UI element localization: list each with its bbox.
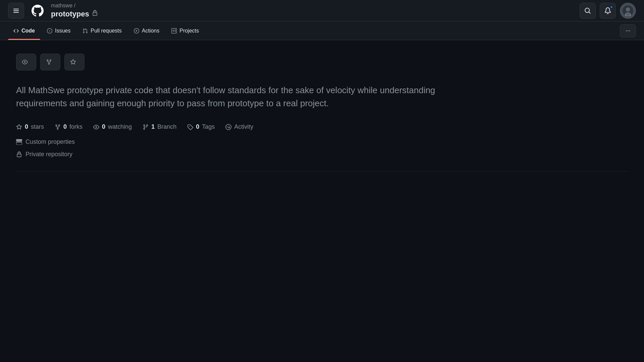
tab-pull-requests-label: Pull requests [91, 28, 122, 34]
stars-stat[interactable]: 0 stars [16, 123, 44, 130]
branches-stat-icon [143, 124, 149, 130]
private-repository-item: Private repository [16, 151, 628, 158]
branches-label: Branch [157, 123, 176, 130]
issues-icon [47, 28, 52, 34]
tags-count: 0 [196, 123, 199, 130]
tab-code[interactable]: Code [8, 21, 40, 40]
tags-label: Tags [202, 123, 215, 130]
bottom-divider [16, 171, 628, 172]
star-button[interactable] [64, 54, 85, 70]
hamburger-menu-button[interactable] [8, 3, 24, 19]
custom-properties-icon [16, 139, 22, 145]
tab-issues[interactable]: Issues [42, 21, 76, 40]
svg-point-6 [626, 8, 630, 11]
watching-count: 0 [102, 123, 105, 130]
notifications-button[interactable] [600, 3, 616, 19]
tab-actions-label: Actions [142, 28, 159, 34]
branches-stat[interactable]: 1 Branch [143, 123, 176, 130]
stars-label: stars [31, 123, 44, 130]
forks-count: 0 [63, 123, 67, 130]
notification-badge [610, 5, 613, 9]
activity-label: Activity [234, 123, 253, 130]
private-repo-lock-icon [16, 152, 22, 158]
repo-description: All MathSwe prototype private code that … [16, 84, 452, 110]
private-repository-label: Private repository [25, 151, 72, 158]
fork-button[interactable] [40, 54, 60, 70]
actions-icon [134, 28, 139, 34]
watching-label: watching [108, 123, 132, 130]
main-content: All MathSwe prototype private code that … [0, 40, 644, 185]
forks-label: forks [69, 123, 83, 130]
fork-icon [46, 59, 52, 65]
tab-pull-requests[interactable]: Pull requests [77, 21, 127, 40]
header: mathswe / prototypes [0, 0, 644, 21]
code-icon [13, 28, 19, 34]
tags-stat-icon [187, 124, 193, 130]
avatar[interactable] [620, 3, 636, 19]
more-tabs-icon: ··· [625, 27, 630, 34]
header-right [580, 3, 636, 19]
custom-properties-item[interactable]: Custom properties [16, 138, 628, 145]
watching-stat[interactable]: 0 watching [93, 123, 132, 130]
activity-stat[interactable]: Activity [225, 123, 253, 130]
tags-stat[interactable]: 0 Tags [187, 123, 215, 130]
repo-title-row: prototypes [51, 9, 98, 19]
forks-stat-icon [55, 124, 61, 130]
tab-actions[interactable]: Actions [128, 21, 165, 40]
header-left: mathswe / prototypes [8, 2, 98, 19]
svg-point-7 [625, 12, 631, 16]
repo-owner[interactable]: mathswe / [51, 2, 98, 9]
svg-rect-2 [13, 12, 19, 13]
tab-issues-label: Issues [55, 28, 70, 34]
custom-properties-label: Custom properties [25, 138, 75, 145]
stars-count: 0 [25, 123, 28, 130]
github-logo[interactable] [30, 3, 46, 19]
repo-name-block: mathswe / prototypes [51, 2, 98, 19]
branches-count: 1 [151, 123, 155, 130]
projects-icon [171, 28, 177, 34]
stars-stat-icon [16, 124, 22, 130]
search-button[interactable] [580, 3, 596, 19]
tab-projects[interactable]: Projects [166, 21, 204, 40]
tab-projects-label: Projects [179, 28, 199, 34]
svg-rect-0 [13, 9, 19, 9]
star-icon [70, 59, 76, 65]
lock-icon [92, 10, 98, 18]
more-tabs-button[interactable]: ··· [620, 24, 636, 38]
eye-icon [22, 59, 28, 65]
svg-rect-1 [13, 10, 19, 11]
activity-stat-icon [225, 124, 231, 130]
watch-button[interactable] [16, 54, 36, 70]
stats-row: 0 stars 0 forks 0 watching [16, 123, 628, 130]
watching-stat-icon [93, 124, 99, 130]
nav-tabs: Code Issues Pull requests Actions [0, 21, 644, 40]
tab-code-label: Code [21, 28, 35, 34]
pull-requests-icon [83, 28, 88, 34]
repo-actions [16, 54, 628, 70]
forks-stat[interactable]: 0 forks [55, 123, 83, 130]
repo-name[interactable]: prototypes [51, 9, 89, 19]
